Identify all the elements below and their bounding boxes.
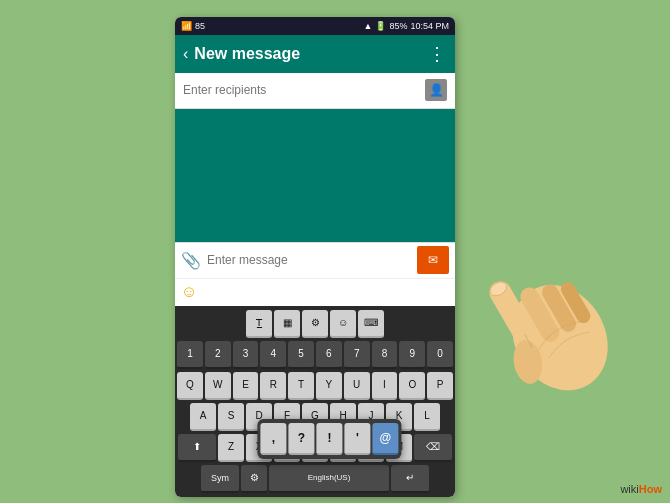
key-s[interactable]: S (218, 403, 244, 431)
time: 10:54 PM (410, 21, 449, 31)
send-icon: ✉ (428, 253, 438, 267)
contact-icon: 👤 (429, 83, 444, 97)
battery-label: 85% (389, 21, 407, 31)
status-left: 📶 85 (181, 21, 205, 31)
backspace-button[interactable]: ⌫ (414, 434, 452, 462)
enter-button[interactable]: ↵ (391, 465, 429, 493)
key-6[interactable]: 6 (316, 341, 342, 369)
toolbar-key-settings[interactable]: ⚙ (302, 310, 328, 338)
key-w[interactable]: W (205, 372, 231, 400)
svg-line-6 (525, 335, 533, 348)
svg-rect-4 (558, 280, 593, 326)
key-2[interactable]: 2 (205, 341, 231, 369)
svg-point-5 (510, 338, 545, 386)
key-o[interactable]: O (399, 372, 425, 400)
hand-illustration (440, 183, 640, 423)
key-q[interactable]: Q (177, 372, 203, 400)
toolbar-key-emoji[interactable]: ☺ (330, 310, 356, 338)
more-options-button[interactable]: ⋮ (428, 43, 447, 65)
popup-key-comma[interactable]: , (260, 423, 286, 455)
status-bar: 📶 85 ▲ 🔋 85% 10:54 PM (175, 17, 455, 35)
key-0[interactable]: 0 (427, 341, 453, 369)
phone-screen: 📶 85 ▲ 🔋 85% 10:54 PM ‹ New message ⋮ 👤 … (175, 17, 455, 497)
send-button[interactable]: ✉ (417, 246, 449, 274)
key-p[interactable]: P (427, 372, 453, 400)
message-input[interactable] (207, 253, 411, 267)
popup-key-at[interactable]: @ (372, 423, 398, 455)
key-r[interactable]: R (260, 372, 286, 400)
popup-key-exclaim[interactable]: ! (316, 423, 342, 455)
attach-button[interactable]: 📎 (181, 251, 201, 270)
svg-point-7 (488, 279, 510, 298)
back-button[interactable]: ‹ (183, 45, 188, 63)
key-i[interactable]: I (372, 372, 398, 400)
key-9[interactable]: 9 (399, 341, 425, 369)
wiki-text: wiki (620, 483, 638, 495)
key-8[interactable]: 8 (372, 341, 398, 369)
wikihow-watermark: wikiHow (620, 483, 662, 495)
asdf-row: A S D F G H J K L , ? ! ' @ (177, 403, 453, 431)
key-e[interactable]: E (233, 372, 259, 400)
wifi-icon: ▲ (364, 21, 373, 31)
settings-button[interactable]: ⚙ (241, 465, 267, 493)
page-title: New message (194, 45, 422, 63)
toolbar-key-keyboard[interactable]: ⌨ (358, 310, 384, 338)
key-z[interactable]: Z (218, 434, 244, 462)
recipients-bar: 👤 (175, 73, 455, 109)
battery-icon: 🔋 (375, 21, 386, 31)
key-3[interactable]: 3 (233, 341, 259, 369)
space-bar[interactable]: English(US) (269, 465, 389, 493)
popup-key-panel: , ? ! ' @ (257, 419, 401, 459)
emoji-button[interactable]: ☺ (181, 283, 197, 301)
qwerty-row: Q W E R T Y U I O P (177, 372, 453, 400)
message-area (175, 109, 455, 242)
svg-rect-1 (485, 277, 544, 357)
emoji-row: ☺ (175, 278, 455, 306)
key-a[interactable]: A (190, 403, 216, 431)
signal-icon: 📶 (181, 21, 192, 31)
compose-bar: 📎 ✉ (175, 242, 455, 278)
key-u[interactable]: U (344, 372, 370, 400)
shift-button[interactable]: ⬆ (178, 434, 216, 462)
status-right: ▲ 🔋 85% 10:54 PM (364, 21, 449, 31)
battery-percent: 85 (195, 21, 205, 31)
contact-picker-button[interactable]: 👤 (425, 79, 447, 101)
key-7[interactable]: 7 (344, 341, 370, 369)
key-1[interactable]: 1 (177, 341, 203, 369)
key-y[interactable]: Y (316, 372, 342, 400)
bottom-row: Sym ⚙ English(US) ↵ (177, 465, 453, 493)
nav-bar: ‹ New message ⋮ (175, 35, 455, 73)
how-text: How (639, 483, 662, 495)
svg-point-0 (494, 268, 627, 408)
popup-key-question[interactable]: ? (288, 423, 314, 455)
key-t[interactable]: T (288, 372, 314, 400)
key-l[interactable]: L (414, 403, 440, 431)
number-row: 1 2 3 4 5 6 7 8 9 0 (177, 341, 453, 369)
key-4[interactable]: 4 (260, 341, 286, 369)
svg-rect-2 (517, 284, 563, 345)
svg-rect-3 (539, 282, 579, 335)
toolbar-key-grid[interactable]: ▦ (274, 310, 300, 338)
toolbar-key-format[interactable]: T̲ (246, 310, 272, 338)
sym-button[interactable]: Sym (201, 465, 239, 493)
popup-key-apostrophe[interactable]: ' (344, 423, 370, 455)
key-5[interactable]: 5 (288, 341, 314, 369)
recipients-input[interactable] (183, 83, 419, 97)
toolbar-row: T̲ ▦ ⚙ ☺ ⌨ (177, 310, 453, 338)
keyboard: T̲ ▦ ⚙ ☺ ⌨ 1 2 3 4 5 6 7 8 9 0 Q W E R T… (175, 306, 455, 497)
